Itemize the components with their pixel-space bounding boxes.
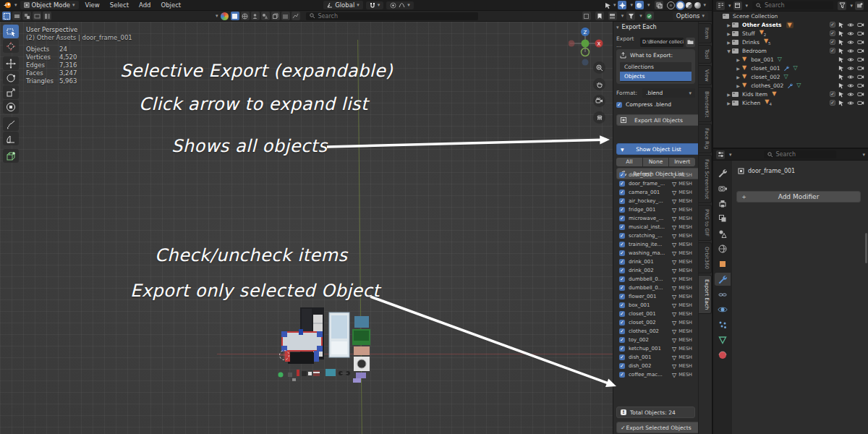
properties-options-chevron-icon[interactable]: ▾ (862, 152, 865, 158)
viewport-search-input[interactable]: Search (306, 12, 478, 20)
select-none-button[interactable]: None (643, 158, 669, 166)
header-icon-graph[interactable] (292, 12, 300, 20)
object-checkbox[interactable]: ✓ (619, 172, 625, 178)
shading-panel-icon[interactable] (608, 12, 617, 20)
eye-icon[interactable] (847, 57, 854, 62)
cursor-icon[interactable] (838, 39, 844, 46)
properties-tab-tool[interactable] (715, 166, 731, 179)
shading-rendered-icon[interactable] (694, 2, 701, 9)
outliner-row-closet-001[interactable]: ▶▼closet_001▽ (713, 64, 868, 72)
tool-annotate-button[interactable] (3, 117, 19, 131)
add-modifier-button[interactable]: ＋ Add Modifier (736, 191, 861, 203)
tool-rotate-button[interactable] (3, 71, 19, 85)
outliner-row-bedroom[interactable]: ▼Bedroom✓ (713, 46, 868, 55)
expand-arrow-icon[interactable]: ▶ (726, 22, 732, 27)
camera-icon[interactable] (857, 39, 864, 45)
viewport-render-icon[interactable] (645, 12, 654, 20)
object-checkbox[interactable]: ✓ (619, 242, 625, 247)
object-checkbox[interactable]: ✓ (619, 250, 625, 256)
outliner-row-clothes-002[interactable]: ▶▼clothes_002▽ (713, 81, 868, 90)
viewlayer-icon-2[interactable] (22, 12, 31, 20)
eye-icon[interactable] (847, 83, 854, 88)
outliner-editor-icon[interactable] (716, 1, 725, 10)
snap-dropdown[interactable]: ▾ (366, 1, 384, 9)
properties-search-input[interactable]: Search (764, 150, 836, 158)
ortho-toggle-button[interactable] (593, 111, 605, 124)
view-object-types-dropdown[interactable]: ▾ (605, 2, 616, 9)
header-icon-scene[interactable] (261, 12, 270, 20)
cursor-icon[interactable] (838, 56, 844, 63)
object-checkbox[interactable]: ✓ (619, 285, 625, 291)
expand-arrow-icon[interactable]: ▶ (735, 57, 741, 62)
properties-tab-modifiers[interactable] (715, 273, 731, 286)
logo-chevron-icon[interactable]: ▾ (14, 2, 17, 8)
properties-tab-physics[interactable] (715, 303, 731, 316)
properties-tab-world[interactable] (715, 242, 731, 255)
properties-editor-icon[interactable] (716, 150, 725, 159)
properties-tab-scene[interactable] (715, 227, 731, 240)
properties-tab-constraints[interactable] (715, 288, 731, 301)
cursor-icon[interactable] (838, 74, 844, 80)
object-checkbox[interactable]: ✓ (619, 190, 625, 195)
object-checkbox[interactable]: ✓ (619, 207, 625, 213)
sidebar-tab-item[interactable]: Item (699, 23, 712, 43)
object-checkbox[interactable]: ✓ (619, 233, 625, 239)
object-checkbox[interactable]: ✓ (619, 320, 625, 326)
shading-chevron-icon[interactable]: ▾ (703, 2, 706, 8)
expand-arrow-icon[interactable]: ▶ (735, 83, 741, 88)
object-checkbox[interactable]: ✓ (619, 354, 625, 360)
viewport-3d[interactable]: User Perspective (2) Other Assets | door… (0, 22, 712, 434)
compress-checkbox-row[interactable]: ✓ Compress .blend (616, 101, 695, 108)
overlays-toggle[interactable] (635, 1, 644, 9)
sidebar-tab-face-rig[interactable]: Face Rig (699, 124, 712, 153)
outliner-row-drinks[interactable]: ▶Drinks▼5✓ (713, 38, 868, 46)
expand-arrow-icon[interactable]: ▶ (726, 31, 732, 36)
camera-icon[interactable] (857, 56, 864, 62)
eye-icon[interactable] (847, 31, 854, 36)
sidebar-tab-fast-screenshot[interactable]: Fast Screenshot (699, 155, 712, 203)
object-checkbox[interactable]: ✓ (619, 268, 625, 273)
sidebar-tab-png-to-gif[interactable]: PNG to GIF (699, 205, 712, 241)
camera-icon[interactable] (857, 74, 864, 80)
eye-icon[interactable] (847, 101, 854, 106)
exclude-checkbox[interactable]: ✓ (830, 48, 835, 54)
viewlayer-icon-1[interactable] (12, 12, 21, 20)
cursor-icon[interactable] (838, 22, 844, 28)
object-checkbox[interactable]: ✓ (619, 337, 625, 343)
options-button[interactable]: Options ▾ (673, 12, 708, 20)
tool-scale-button[interactable] (3, 85, 19, 99)
what-option-objects[interactable]: Objects (620, 72, 692, 81)
filter-chevron-icon[interactable]: ▾ (639, 13, 642, 19)
expand-arrow-icon[interactable]: ▶ (735, 66, 741, 71)
gizmos-chevron-icon[interactable]: ▾ (630, 2, 633, 8)
camera-icon[interactable] (857, 22, 864, 27)
exclude-checkbox[interactable]: ✓ (830, 22, 835, 27)
outliner-row-other-assets[interactable]: ▶Other Assets▼✓ (713, 20, 868, 29)
object-checkbox[interactable]: ✓ (619, 294, 625, 299)
orientation-dropdown[interactable]: Global ▾ (323, 1, 363, 9)
camera-icon[interactable] (857, 82, 864, 88)
outliner-display-chevron-icon[interactable]: ▾ (746, 3, 749, 9)
tool-add-cube-button[interactable] (3, 149, 19, 163)
outliner-display-mode-icon[interactable] (733, 1, 742, 10)
compress-checkbox[interactable]: ✓ (616, 102, 622, 108)
browse-folder-button[interactable] (686, 38, 695, 47)
exclude-checkbox[interactable]: ✓ (830, 39, 835, 45)
properties-tab-object[interactable] (715, 258, 731, 271)
menu-object[interactable]: Object (157, 1, 184, 9)
zoom-button[interactable] (593, 61, 605, 74)
eye-icon[interactable] (847, 66, 854, 71)
tool-measure-button[interactable] (3, 132, 19, 145)
sidebar-tab-tool[interactable]: Tool (699, 45, 712, 64)
expand-arrow-icon[interactable]: ▶ (726, 92, 732, 97)
export-each-header[interactable]: ▾ Export Each (616, 24, 695, 30)
shading-wireframe-icon[interactable] (667, 1, 675, 9)
properties-tab-output[interactable] (715, 197, 731, 210)
toggle-xray-icon[interactable] (655, 1, 663, 9)
camera-icon[interactable] (857, 91, 864, 97)
shading-solid-icon[interactable] (677, 2, 684, 9)
select-all-button[interactable]: All (616, 158, 642, 166)
object-checkbox[interactable]: ✓ (619, 259, 625, 265)
camera-icon[interactable] (857, 30, 864, 36)
format-dropdown[interactable]: .blend ▾ (642, 88, 695, 98)
